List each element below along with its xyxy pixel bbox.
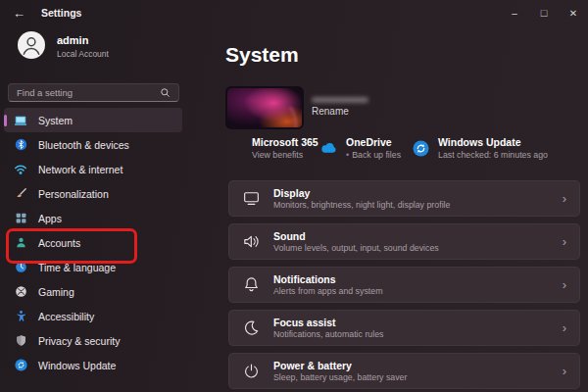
card-subtitle: Sleep, battery usage, battery saver [273,372,407,382]
person-avatar-icon [19,32,44,58]
close-button[interactable]: ✕ [559,0,588,25]
search-input[interactable] [17,87,160,98]
sidebar-item-system[interactable]: System [4,108,182,132]
microsoft-logo [228,141,243,156]
maximize-button[interactable]: □ [529,0,559,25]
window-controls: – □ ✕ [500,0,588,25]
quick-link-title: Microsoft 365 [252,136,318,148]
search-box[interactable] [8,83,179,102]
apps-grid-icon [14,212,27,225]
sidebar-item-label: Windows Update [38,360,116,371]
sidebar-item-label: Privacy & security [38,335,120,347]
sidebar-item-privacy[interactable]: Privacy & security [4,328,182,353]
sidebar-item-label: System [38,115,73,126]
moon-icon [242,318,261,337]
quick-link-windows-update[interactable]: Windows Update Last checked: 6 minutes a… [413,136,548,160]
card-title: Notifications [273,273,382,285]
chevron-right-icon: › [563,278,566,291]
card-power-battery[interactable]: Power & battery Sleep, battery usage, ba… [228,353,580,389]
accessibility-icon [14,310,27,323]
windows-update-icon [413,140,429,157]
sidebar-item-label: Personalization [38,188,109,200]
quick-link-title: OneDrive [346,136,401,148]
sidebar-item-time-language[interactable]: Time & language [4,255,182,279]
card-focus-assist[interactable]: Focus assist Notifications, automatic ru… [228,310,580,346]
titlebar: ← Settings – □ ✕ [0,0,588,25]
bell-icon [242,275,261,294]
device-preview-image [225,86,304,129]
speaker-icon [242,232,261,251]
sidebar-item-label: Gaming [38,286,74,298]
sidebar: admin Local Account System Bluetooth & d… [0,25,206,392]
card-subtitle: Alerts from apps and system [273,286,382,296]
power-icon [242,362,261,380]
rename-link[interactable]: Rename [312,106,349,117]
chevron-right-icon: › [563,192,566,205]
device-name-blurred [312,97,368,103]
card-title: Sound [273,230,439,242]
card-sound[interactable]: Sound Volume levels, output, input, soun… [228,223,580,260]
sidebar-item-label: Accessibility [38,311,94,322]
monitor-icon [242,189,261,208]
brush-icon [14,187,27,201]
card-title: Power & battery [273,360,407,371]
card-display[interactable]: Display Monitors, brightness, night ligh… [228,180,580,217]
search-icon [160,87,171,98]
laptop-icon [14,114,27,127]
sidebar-nav: System Bluetooth & devices Network & int… [4,108,182,377]
sidebar-item-apps[interactable]: Apps [4,206,182,230]
xbox-icon [14,285,27,299]
card-subtitle: Monitors, brightness, night light, displ… [273,200,450,210]
quick-link-subtitle[interactable]: View benefits [252,150,318,160]
sidebar-item-label: Accounts [38,237,80,249]
sidebar-item-label: Time & language [38,262,116,273]
status-dot: • [346,150,349,160]
chevron-right-icon: › [563,365,566,377]
quick-link-subtitle[interactable]: •Back up files [346,150,401,160]
sidebar-item-personalization[interactable]: Personalization [4,181,182,206]
person-icon [14,236,27,250]
sidebar-item-gaming[interactable]: Gaming [4,279,182,304]
settings-window: ← Settings – □ ✕ admin Local Account [0,0,588,392]
card-notifications[interactable]: Notifications Alerts from apps and syste… [228,267,580,303]
card-subtitle: Volume levels, output, input, sound devi… [273,243,439,253]
quick-link-subtitle: Last checked: 6 minutes ago [438,150,548,160]
minimize-button[interactable]: – [500,0,529,25]
clock-icon [14,261,27,274]
quick-link-onedrive[interactable]: OneDrive •Back up files [320,136,401,160]
window-title: Settings [41,7,81,19]
sidebar-item-label: Network & internet [38,164,122,175]
sidebar-item-label: Bluetooth & devices [38,139,129,151]
sidebar-item-label: Apps [38,213,62,224]
settings-card-list: Display Monitors, brightness, night ligh… [228,180,580,392]
chevron-right-icon: › [563,235,566,248]
update-refresh-icon [14,359,27,372]
account-type: Local Account [57,49,109,59]
back-arrow-icon[interactable]: ← [13,7,25,20]
bluetooth-icon [14,138,27,152]
sidebar-item-windows-update[interactable]: Windows Update [4,353,182,377]
wifi-icon [14,163,27,176]
card-subtitle: Notifications, automatic rules [273,329,383,339]
sidebar-item-accounts[interactable]: Accounts [4,230,182,255]
sidebar-item-network[interactable]: Network & internet [4,157,182,181]
avatar [18,31,45,59]
quick-link-title: Windows Update [438,136,548,148]
shield-icon [14,334,27,348]
page-title: System [225,43,299,67]
onedrive-cloud-icon [320,142,337,154]
sidebar-item-accessibility[interactable]: Accessibility [4,304,182,328]
card-title: Focus assist [273,317,383,328]
chevron-right-icon: › [563,321,566,334]
sidebar-item-bluetooth[interactable]: Bluetooth & devices [4,132,182,157]
card-title: Display [273,187,450,199]
quick-link-microsoft-365[interactable]: Microsoft 365 View benefits [228,136,318,160]
user-name: admin [57,34,88,46]
